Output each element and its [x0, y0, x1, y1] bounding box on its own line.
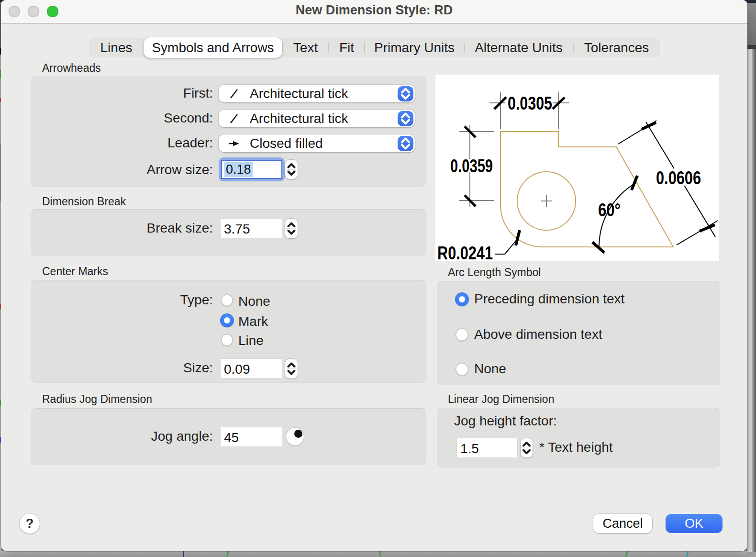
svg-text:0.0305: 0.0305: [508, 93, 552, 113]
svg-text:0.0359: 0.0359: [450, 156, 493, 176]
svg-text:60°: 60°: [598, 200, 621, 220]
svg-text:0.0606: 0.0606: [656, 168, 701, 188]
svg-text:R0.0241: R0.0241: [437, 243, 493, 261]
